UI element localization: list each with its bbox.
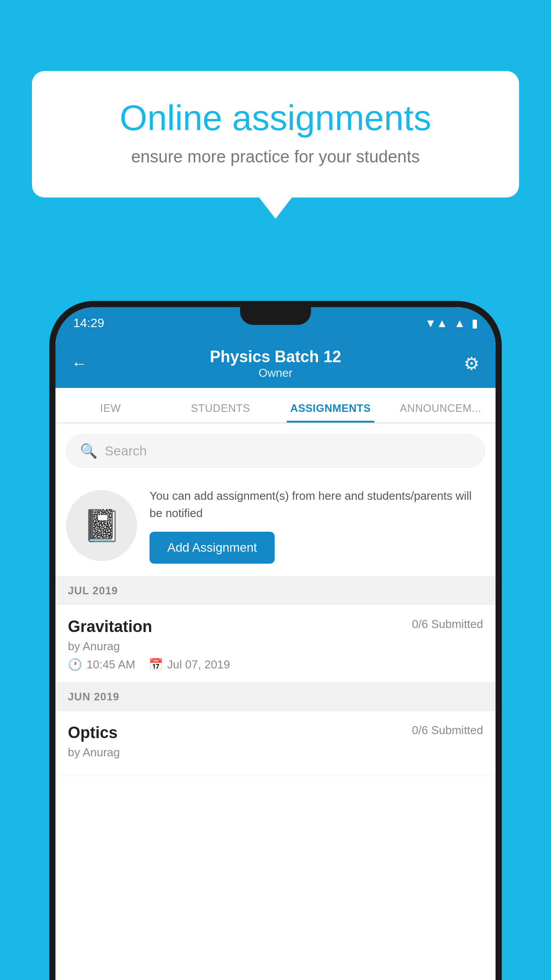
assignment-title-optics: Optics (68, 723, 118, 742)
header-title-group: Physics Batch 12 Owner (210, 348, 341, 380)
search-placeholder: Search (105, 443, 147, 458)
speech-bubble-title: Online assignments (63, 98, 488, 138)
status-icons: ▼▲ ▲ ▮ (425, 316, 478, 330)
clock-icon: 🕐 (68, 658, 82, 672)
app-header: ← Physics Batch 12 Owner ⚙ (55, 339, 496, 388)
promo-content: You can add assignment(s) from here and … (150, 487, 485, 564)
search-icon: 🔍 (80, 443, 98, 459)
tab-assignments[interactable]: ASSIGNMENTS (276, 402, 386, 423)
battery-icon: ▮ (472, 316, 478, 330)
speech-bubble: Online assignments ensure more practice … (32, 71, 519, 198)
header-title: Physics Batch 12 (210, 348, 341, 366)
tab-students[interactable]: STUDENTS (165, 402, 276, 423)
phone-notch (240, 307, 311, 325)
tab-iew[interactable]: IEW (55, 402, 165, 423)
calendar-icon: 📅 (149, 658, 163, 672)
time-meta: 🕐 10:45 AM (68, 658, 135, 672)
assignment-item-gravitation[interactable]: Gravitation 0/6 Submitted by Anurag 🕐 10… (55, 605, 496, 683)
date-meta: 📅 Jul 07, 2019 (149, 658, 230, 672)
assignment-title-gravitation: Gravitation (68, 617, 152, 636)
month-header-jun: JUN 2019 (55, 683, 496, 711)
promo-icon-circle: 📓 (66, 490, 137, 561)
signal-icon: ▲ (454, 316, 465, 330)
settings-icon[interactable]: ⚙ (464, 353, 480, 374)
notebook-icon: 📓 (83, 507, 121, 544)
phone-frame: 14:29 ▼▲ ▲ ▮ ← Physics Batch 12 Owner ⚙ … (49, 301, 502, 980)
speech-bubble-subtitle: ensure more practice for your students (63, 147, 488, 166)
back-button[interactable]: ← (71, 354, 87, 373)
tab-announcements[interactable]: ANNOUNCEM... (386, 402, 496, 423)
add-assignment-button[interactable]: Add Assignment (150, 532, 275, 564)
submitted-count-gravitation: 0/6 Submitted (412, 617, 483, 631)
search-bar[interactable]: 🔍 Search (66, 434, 485, 468)
promo-text: You can add assignment(s) from here and … (150, 487, 485, 522)
speech-bubble-container: Online assignments ensure more practice … (32, 71, 519, 198)
assignment-item-optics[interactable]: Optics 0/6 Submitted by Anurag (55, 711, 496, 775)
wifi-icon: ▼▲ (425, 316, 448, 330)
header-subtitle: Owner (210, 366, 341, 380)
assignment-meta-gravitation: 🕐 10:45 AM 📅 Jul 07, 2019 (68, 658, 483, 672)
assignment-row1: Gravitation 0/6 Submitted (68, 617, 483, 636)
submitted-count-optics: 0/6 Submitted (412, 723, 483, 737)
content-area: 🔍 Search 📓 You can add assignment(s) fro… (55, 423, 496, 775)
phone-screen: 14:29 ▼▲ ▲ ▮ ← Physics Batch 12 Owner ⚙ … (55, 307, 496, 980)
assignment-time: 10:45 AM (87, 658, 135, 672)
assignment-row1-optics: Optics 0/6 Submitted (68, 723, 483, 742)
assignment-author-gravitation: by Anurag (68, 640, 483, 653)
status-time: 14:29 (73, 316, 104, 330)
assignment-date: Jul 07, 2019 (167, 658, 230, 672)
month-header-jul: JUL 2019 (55, 577, 496, 605)
tabs-bar: IEW STUDENTS ASSIGNMENTS ANNOUNCEM... (55, 388, 496, 423)
assignment-author-optics: by Anurag (68, 746, 483, 759)
promo-section: 📓 You can add assignment(s) from here an… (55, 477, 496, 577)
